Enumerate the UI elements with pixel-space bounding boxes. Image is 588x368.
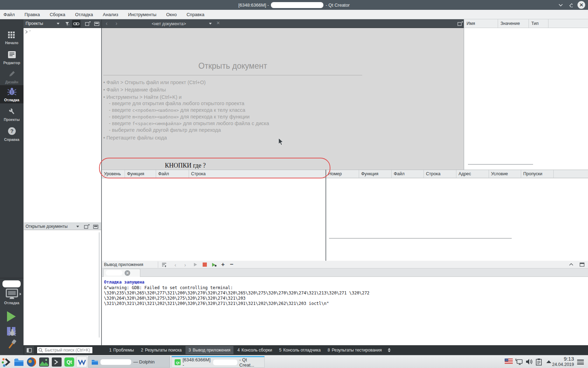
zoom-in-icon[interactable]: + [219, 261, 226, 268]
editor-launcher-icon[interactable] [76, 356, 87, 367]
qtcreator-launcher-icon[interactable]: Qt [64, 356, 75, 367]
column-header[interactable]: Тип [529, 19, 548, 28]
mode-projects[interactable]: Проекты [0, 107, 23, 124]
close-icon[interactable]: ✕ [578, 1, 585, 9]
zoom-out-icon[interactable]: − [228, 261, 235, 268]
menu-item-debug[interactable]: Отладка [70, 10, 98, 19]
column-header[interactable]: Номер [326, 170, 359, 178]
mode-help[interactable]: ? Справка [0, 126, 23, 143]
toggle-sidebar-button[interactable] [24, 346, 34, 354]
kit-selector-arrow-icon[interactable] [20, 293, 21, 295]
close-panel-icon[interactable] [93, 224, 99, 229]
search-input[interactable] [45, 348, 90, 353]
pane-button-app-output[interactable]: 3Вывод приложения [186, 346, 233, 354]
go-back-icon[interactable]: ‹ [106, 20, 107, 27]
maximize-icon[interactable] [568, 3, 573, 7]
app-output-console[interactable]: Отладка запущена &"warning: GDB: Failed … [102, 277, 588, 345]
mode-debug[interactable]: Отладка [0, 85, 23, 103]
scrollbar[interactable] [329, 238, 512, 239]
rerun-disabled-icon [192, 261, 199, 268]
splitter[interactable] [326, 170, 326, 261]
pencil-icon [8, 70, 16, 78]
split-panel-icon[interactable] [84, 224, 90, 229]
prev-item-icon[interactable]: ‹ [172, 261, 179, 268]
column-header[interactable]: Файл [392, 170, 424, 178]
taskbar-task-qtcreator[interactable]: Qt [6348:6366M] - - Qt Creat... [172, 356, 265, 368]
app-output-tab[interactable]: ✕ [103, 269, 140, 277]
projects-pane-combo[interactable]: Проекты [26, 21, 43, 26]
menu-item-help[interactable]: Справка [182, 10, 209, 19]
run-button[interactable] [7, 311, 16, 322]
clock[interactable]: 9:13 24.04.2019 [552, 356, 574, 367]
menu-item-analyze[interactable]: Анализ [98, 10, 123, 19]
open-documents-header: Открытые документы [24, 223, 102, 230]
title-bar[interactable]: [6348:6366M] - - Qt Creator ✕ [0, 0, 588, 10]
welcome-subitem: - введите для открытия файла любого откр… [103, 101, 362, 107]
column-header[interactable]: Значение [498, 19, 529, 28]
mode-welcome[interactable]: Начало [0, 31, 23, 48]
split-panel-icon[interactable] [84, 20, 92, 27]
rerun-debug-button[interactable] [210, 261, 217, 268]
tray-expand-icon[interactable] [546, 360, 552, 363]
chevron-down-icon[interactable] [76, 226, 79, 227]
column-header[interactable]: Условие [489, 170, 521, 178]
menu-item-edit[interactable]: Правка [20, 10, 45, 19]
column-header[interactable]: Имя [464, 19, 498, 28]
mode-sidebar: Начало Редактор Дизайн Отладка [0, 19, 23, 355]
column-header[interactable]: Адрес [456, 170, 489, 178]
start-debugging-button[interactable] [6, 327, 18, 338]
debug-target-monitor-icon[interactable] [6, 288, 18, 300]
pane-button-search-results[interactable]: 2Результаты поиска [138, 346, 185, 354]
collapse-pane-icon[interactable] [568, 261, 575, 268]
menu-item-build[interactable]: Сборка [45, 10, 70, 19]
divider [158, 261, 158, 268]
sync-with-editor-icon[interactable] [72, 20, 80, 27]
network-icon[interactable] [515, 359, 523, 365]
open-document-selector[interactable]: <нет документа> [126, 19, 212, 28]
volume-icon[interactable] [525, 359, 533, 365]
menu-item-window[interactable]: Окно [161, 10, 182, 19]
column-header[interactable]: Функция [359, 170, 392, 178]
go-forward-icon[interactable]: › [115, 20, 117, 27]
column-header[interactable]: Пропуски [521, 170, 554, 178]
build-button[interactable] [5, 338, 19, 350]
dolphin-launcher-icon[interactable] [13, 356, 24, 367]
breakpoints-table-header: Номер Функция Файл Строка Адрес Условие … [326, 170, 588, 178]
clipboard-icon[interactable] [536, 359, 542, 366]
firefox-launcher-icon[interactable] [26, 356, 37, 367]
splitter[interactable] [464, 19, 464, 170]
menu-item-file[interactable]: Файл [0, 10, 20, 19]
keyboard-layout-flag-icon[interactable] [505, 359, 513, 364]
pane-button-debugger-console[interactable]: 5Консоль отладчика [276, 346, 324, 354]
column-header[interactable]: Строка [424, 170, 456, 178]
app-launcher-icon[interactable] [1, 356, 12, 367]
welcome-divider [103, 75, 362, 75]
word-wrap-icon[interactable] [161, 261, 168, 268]
close-tab-icon[interactable]: ✕ [125, 270, 130, 276]
next-item-icon[interactable]: › [182, 261, 189, 268]
redacted-project-name-blob [29, 29, 59, 43]
panel-menu-icon[interactable] [577, 360, 584, 366]
konsole-launcher-icon[interactable] [51, 356, 62, 367]
pane-button-compile-output[interactable]: 4Консоль сборки [234, 346, 275, 354]
image-viewer-launcher-icon[interactable] [38, 356, 49, 367]
output-pane-switcher-icon[interactable] [388, 348, 391, 352]
menu-item-tools[interactable]: Инструменты [123, 10, 161, 19]
filter-icon[interactable] [63, 20, 72, 27]
mode-edit[interactable]: Редактор [0, 50, 23, 67]
taskbar-task-dolphin[interactable]: — Dolphin [88, 356, 170, 368]
split-editor-icon[interactable] [456, 20, 464, 27]
close-panel-icon[interactable] [93, 20, 101, 27]
expand-chevron-icon[interactable] [25, 30, 28, 34]
scrollbar[interactable] [468, 164, 533, 165]
locator-search[interactable] [37, 347, 93, 354]
minimize-icon[interactable] [558, 4, 563, 7]
maximize-pane-icon[interactable] [579, 261, 586, 268]
redacted-title-blob [271, 2, 323, 8]
pane-button-problems[interactable]: 1Проблемы [106, 346, 137, 354]
pane-button-test-results[interactable]: 8Результаты тестирования [324, 346, 385, 354]
close-document-icon[interactable]: ✕ [216, 20, 220, 26]
scrollbar[interactable] [99, 232, 100, 338]
stop-button[interactable] [201, 261, 208, 268]
output-warning-line: &"warning: GDB: Failed to set controllin… [104, 285, 431, 306]
